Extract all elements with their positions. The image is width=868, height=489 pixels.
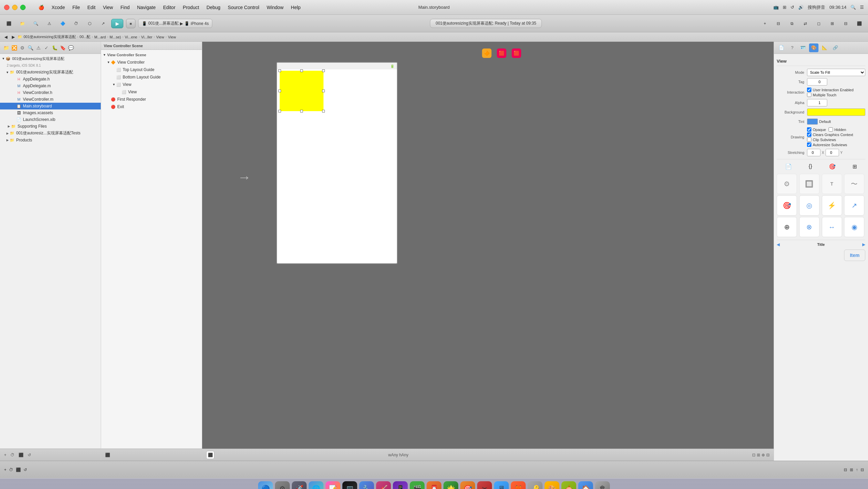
find-nav-icon[interactable]: 🔍 [27, 44, 34, 51]
tree-root-project[interactable]: ▼ 📦 001使autoresizing实现屏幕适配 [0, 55, 101, 62]
tree-images[interactable]: 🖼 Images.xcassets [0, 109, 101, 116]
search-btn[interactable]: 🔍 [30, 18, 41, 29]
identity-inspector-tab[interactable]: 🪪 [798, 43, 808, 52]
outline-top-layout[interactable]: ⬜ Top Layout Guide [101, 66, 202, 73]
split-btn[interactable]: ⊞ [827, 18, 838, 29]
file-inspector-tab[interactable]: 📄 [777, 43, 786, 52]
dock-transmit[interactable]: 🎯 [460, 481, 475, 489]
dock-itunes[interactable]: 🎸 [376, 481, 391, 489]
library-item-4[interactable]: 〜 [844, 174, 864, 194]
attributes-inspector-tab[interactable]: 🎨 [809, 43, 818, 52]
zoom-inspector-btn[interactable]: ⊞ [850, 467, 853, 472]
debug-area-btn[interactable]: ⊟ [840, 18, 851, 29]
tree-appdelegate-m[interactable]: M AppDelegate.m [0, 83, 101, 89]
library-item-1[interactable]: ⚙ [777, 174, 797, 194]
dock-evernote[interactable]: 🌟 [443, 481, 458, 489]
scene-selector-btn[interactable]: ⬛ [206, 451, 214, 459]
source-control-icon[interactable]: 🔀 [11, 44, 18, 51]
identity-tab-icon[interactable]: 🎯 [829, 163, 836, 170]
breadcrumb-project[interactable]: 001使autoresizing实现屏幕适配 [24, 34, 76, 39]
opaque-checkbox[interactable] [807, 127, 811, 132]
add-button[interactable]: + [760, 18, 770, 29]
mode-control[interactable]: Scale To Fill [807, 69, 865, 76]
tree-main-storyboard[interactable]: 📋 Main.storyboard [0, 103, 101, 109]
status-clock-btn[interactable]: ⏱ [9, 467, 13, 472]
zoom-fit-btn[interactable]: ⊞ [757, 453, 760, 457]
dock-mail[interactable]: 🏠 [578, 481, 593, 489]
dock-android[interactable]: 🎬 [410, 481, 425, 489]
dock-syspreferences[interactable]: ⚙ [275, 481, 290, 489]
breadcrumb-7[interactable]: View [156, 35, 164, 39]
file-tab-icon[interactable]: 📄 [785, 163, 792, 170]
view-menu[interactable]: View [99, 3, 116, 11]
add-file-btn[interactable]: + [4, 453, 6, 457]
outline-first-responder[interactable]: 🔴 First Responder [101, 96, 202, 103]
tree-viewcontroller-m[interactable]: M ViewController.m [0, 96, 101, 103]
lib-back-btn[interactable]: ◀ [777, 242, 780, 247]
inspector-toggle[interactable]: ⬛ [854, 18, 865, 29]
zoom-out-btn[interactable]: ⊟ [766, 453, 770, 457]
symbol-nav-icon[interactable]: ⚙ [19, 44, 26, 51]
dock-simulator[interactable]: 🖥 [494, 481, 509, 489]
tint-color-swatch[interactable] [807, 119, 818, 125]
connections-inspector-tab[interactable]: 🔗 [831, 43, 840, 52]
stretch-y-input[interactable] [826, 149, 839, 156]
breadcrumb-5[interactable]: Vi...ene [125, 35, 137, 39]
outline-view-controller[interactable]: ▼ 🔶 View Controller [101, 59, 202, 66]
test-nav-icon[interactable]: ✓ [43, 44, 50, 51]
library-item-8[interactable]: ↗ [844, 195, 864, 216]
breadcrumb-4[interactable]: M...se) [110, 35, 121, 39]
autoresize-checkbox[interactable] [807, 142, 811, 147]
stretch-x-input[interactable] [807, 149, 820, 156]
help-menu[interactable]: Help [287, 3, 304, 11]
nav-forward[interactable]: ▶ [10, 34, 16, 40]
tint-control[interactable]: Default [807, 119, 865, 125]
bookmark-btn[interactable]: 🔷 [57, 18, 68, 29]
size-tab-icon[interactable]: ⊞ [852, 163, 857, 170]
library-item-2[interactable]: 🔲 [799, 174, 819, 194]
iphone-frame[interactable]: 🔋 [276, 62, 398, 264]
tree-viewcontroller-h[interactable]: H ViewController.h [0, 89, 101, 96]
nav-back[interactable]: ◀ [3, 34, 9, 40]
warning-btn[interactable]: ⚠ [44, 18, 55, 29]
yellow-view[interactable] [280, 71, 323, 111]
outline-scene-header[interactable]: ▼ View Controller Scene [101, 51, 202, 59]
alpha-control[interactable] [807, 99, 865, 106]
apple-menu[interactable]: 🍎 [35, 3, 48, 11]
stop-button[interactable]: ■ [126, 19, 135, 28]
find-menu[interactable]: Find [117, 3, 133, 11]
clip-checkbox[interactable] [807, 137, 811, 142]
tree-launchscreen[interactable]: 📄 LaunchScreen.xib [0, 116, 101, 123]
dock-sketch[interactable]: 🎨 [545, 481, 559, 489]
fit-btn[interactable]: ⊡ [752, 453, 755, 457]
close-button[interactable] [4, 5, 9, 10]
warning-nav-icon[interactable]: ⚠ [35, 44, 42, 51]
outline-exit[interactable]: 🔴 Exit [101, 103, 202, 110]
breadcrumb-8[interactable]: View [168, 35, 176, 39]
clears-checkbox[interactable] [807, 132, 811, 137]
library-item-12[interactable]: ◉ [844, 217, 864, 237]
filter-btn[interactable]: ⏱ [10, 453, 14, 457]
zoom-in-btn[interactable]: ⊕ [762, 453, 765, 457]
run-button[interactable]: ▶ [111, 19, 123, 28]
navigator-layout-btn[interactable]: ⊟ [773, 18, 784, 29]
size-inspector-tab[interactable]: 📐 [820, 43, 829, 52]
dock-onenote[interactable]: 📱 [393, 481, 408, 489]
outline-bottom-layout[interactable]: ⬜ Bottom Layout Guide [101, 73, 202, 81]
dock-terminal[interactable]: 💻 [342, 481, 357, 489]
alpha-input[interactable] [807, 99, 827, 106]
editor-menu[interactable]: Editor [160, 3, 179, 11]
debug-bar-icon[interactable]: ⊟ [844, 467, 847, 472]
nav-filter[interactable]: ↺ [28, 453, 31, 457]
background-control[interactable] [807, 108, 865, 116]
status-add-btn[interactable]: + [4, 467, 6, 472]
breadcrumb-3[interactable]: M...ard [94, 35, 106, 39]
dock-safari[interactable]: 🌐 [309, 481, 323, 489]
dock-finder[interactable]: 🔵 [258, 481, 273, 489]
tree-products[interactable]: ▶ 📁 Products [0, 137, 101, 143]
assistant-btn[interactable]: ⧉ [786, 18, 797, 29]
quick-help-tab[interactable]: ? [787, 43, 797, 52]
product-menu[interactable]: Product [180, 3, 203, 11]
scene-icon-3[interactable]: 🟥 [512, 48, 521, 58]
dock-app1[interactable]: 🎪 [561, 481, 576, 489]
